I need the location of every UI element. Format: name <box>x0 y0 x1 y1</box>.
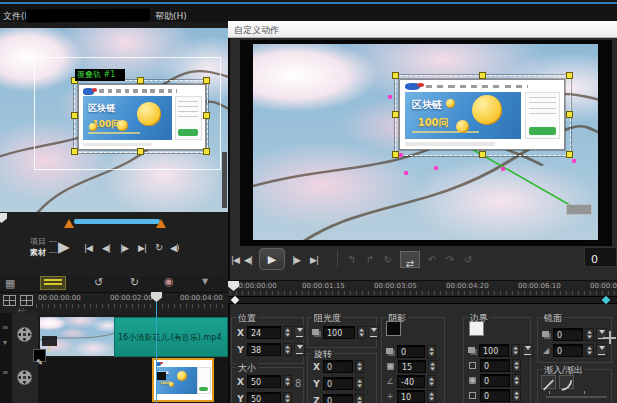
next-frame-button[interactable]: |▶ <box>120 243 128 253</box>
rotation-z-input[interactable]: 0 <box>323 394 353 403</box>
ease-curve-button[interactable] <box>294 326 305 339</box>
ease-curve-button[interactable] <box>596 344 607 357</box>
spinner[interactable]: ▲▼ <box>357 326 366 339</box>
border-glow-input[interactable]: 0 <box>480 389 510 402</box>
shadow-angle-input[interactable]: -40 <box>397 375 425 388</box>
video-track-icon[interactable] <box>17 327 32 342</box>
selection-handle[interactable] <box>566 111 573 118</box>
prev-frame-button[interactable]: ◀| <box>102 243 110 253</box>
size-x-input[interactable]: 50 <box>247 375 281 388</box>
selection-handle[interactable] <box>392 72 399 79</box>
play-button[interactable]: ▶ <box>58 238 69 256</box>
overlay-selection-marquee[interactable] <box>74 80 208 153</box>
swap-keyframes-button[interactable]: ⇄ <box>400 251 420 268</box>
spinner[interactable]: ▲▼ <box>511 344 520 357</box>
motion-tool-icon[interactable]: ↰ <box>344 254 360 265</box>
rail-collapse-icon[interactable]: ▾ <box>3 338 7 347</box>
opacity-input[interactable]: 100 <box>323 326 355 339</box>
trim-end-handle[interactable] <box>156 214 166 228</box>
position-x-input[interactable]: 24 <box>247 326 281 339</box>
home-button[interactable]: |◀ <box>231 255 239 265</box>
spinner[interactable]: ▲▼ <box>283 326 292 339</box>
track-options-icon[interactable]: ▼ <box>202 277 208 286</box>
motion-path-node[interactable] <box>501 167 505 171</box>
spinner[interactable]: ▲▼ <box>355 360 364 373</box>
selection-handle[interactable] <box>566 72 573 79</box>
menu-help[interactable]: 帮助(H) <box>155 10 187 23</box>
selection-handle[interactable] <box>203 77 210 84</box>
motion-tool-icon[interactable]: ↻ <box>380 254 396 265</box>
mode-clip[interactable]: 素材 <box>30 247 57 258</box>
spinner[interactable]: ▲▼ <box>283 392 292 403</box>
move-anchor-icon[interactable] <box>603 331 616 344</box>
size-y-input[interactable]: 50 <box>247 392 281 403</box>
selection-handle[interactable] <box>479 72 486 79</box>
spinner[interactable]: ▲▼ <box>283 375 292 388</box>
rail-menu-icon[interactable]: ≡ <box>2 368 9 377</box>
prev-frame-button[interactable]: ◀| <box>244 255 252 265</box>
selection-handle[interactable] <box>203 112 210 119</box>
ease-in-button[interactable] <box>541 375 556 389</box>
overlay-selection-marquee[interactable] <box>395 75 571 156</box>
selection-handle[interactable] <box>392 151 399 158</box>
overlay-clip-selected[interactable]: 区块链 100问 <box>152 358 214 402</box>
spinner[interactable]: ▲▼ <box>427 345 436 358</box>
redo-icon[interactable]: ↻ <box>130 276 139 289</box>
ease-curve-button[interactable] <box>368 326 379 339</box>
motion-path-node[interactable] <box>399 153 403 157</box>
record-capture-icon[interactable]: ◉ <box>164 275 174 288</box>
spinner[interactable]: ▲▼ <box>428 360 437 373</box>
undo-icon[interactable]: ↺ <box>94 276 103 289</box>
spinner[interactable]: ▲▼ <box>427 390 436 403</box>
motion-tool-icon[interactable]: ↺ <box>460 254 476 265</box>
selection-handle[interactable] <box>71 148 78 155</box>
motion-path-node[interactable] <box>388 95 392 99</box>
keyframe-track[interactable] <box>228 296 617 304</box>
pane-splitter[interactable] <box>222 152 227 208</box>
ease-out-button[interactable] <box>559 375 574 389</box>
end-button[interactable]: ▶| <box>310 255 318 265</box>
spinner[interactable]: ▲▼ <box>512 374 521 387</box>
repeat-button[interactable]: ↻ <box>155 242 162 253</box>
track-manager-icon[interactable] <box>3 295 16 306</box>
spinner[interactable]: ▲▼ <box>512 389 521 402</box>
link-size-icon[interactable]: 8 <box>295 378 301 389</box>
overlay-track-icon[interactable] <box>17 370 32 385</box>
track-layout-icon[interactable] <box>20 295 33 306</box>
motion-path-node[interactable] <box>404 171 408 175</box>
selection-handle[interactable] <box>137 77 144 84</box>
selection-handle[interactable] <box>392 111 399 118</box>
spinner[interactable]: ▲▼ <box>585 344 594 357</box>
play-button[interactable]: ▶ <box>259 248 285 270</box>
motion-end-frame[interactable] <box>566 204 592 215</box>
spinner[interactable]: ▲▼ <box>355 394 364 403</box>
spinner[interactable]: ▲▼ <box>283 343 292 356</box>
video-clip[interactable]: 16小清新花儿.(有音乐).mp4 <box>114 317 228 357</box>
storyboard-view-icon[interactable]: ▦ <box>5 277 15 290</box>
fx-badge[interactable]: ✎ <box>33 349 46 362</box>
motion-tool-icon[interactable]: ↱ <box>362 254 378 265</box>
mirror-opacity-input[interactable]: 0 <box>553 328 583 341</box>
selection-handle[interactable] <box>137 148 144 155</box>
home-button[interactable]: |◀ <box>84 243 92 253</box>
trim-range-bar[interactable] <box>74 219 160 224</box>
selection-handle[interactable] <box>71 112 78 119</box>
dialog-title-bar[interactable]: 自定义动作 <box>228 21 617 38</box>
spinner[interactable]: ▲▼ <box>585 328 594 341</box>
end-button[interactable]: ▶| <box>138 243 146 253</box>
timecode-box[interactable]: 0 <box>584 247 617 267</box>
border-width-input[interactable]: 0 <box>480 359 510 372</box>
ease-slider[interactable] <box>545 395 608 399</box>
ease-curve-button[interactable] <box>294 343 305 356</box>
spinner[interactable]: ▲▼ <box>512 359 521 372</box>
border-softness-input[interactable]: 0 <box>480 374 510 387</box>
spinner[interactable]: ▲▼ <box>355 377 364 390</box>
spinner[interactable]: ▲▼ <box>427 375 436 388</box>
selection-handle[interactable] <box>566 151 573 158</box>
next-frame-button[interactable]: |▶ <box>292 255 300 265</box>
shadow-blur-input[interactable]: 15 <box>398 360 426 373</box>
motion-path-node[interactable] <box>572 159 576 163</box>
ease-curve-button[interactable] <box>522 344 533 357</box>
track-add-remove[interactable]: +/- <box>17 306 26 313</box>
timeline-view-icon[interactable] <box>40 276 66 290</box>
